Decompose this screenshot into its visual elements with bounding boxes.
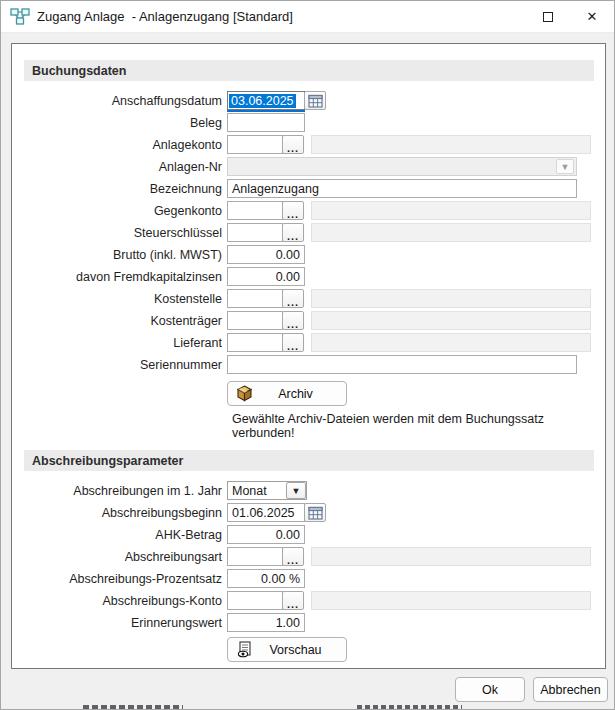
kostenstelle-browse-button[interactable]: ... bbox=[282, 289, 304, 308]
row-gegenkonto: Gegenkonto ... bbox=[12, 201, 605, 220]
gegenkonto-display-field bbox=[311, 201, 591, 220]
ok-button[interactable]: Ok bbox=[455, 677, 525, 702]
anlagekonto-display-field bbox=[311, 135, 591, 154]
lieferant-input[interactable] bbox=[227, 333, 283, 352]
window-title: Zugang Anlage - Anlagenzugang [Standard] bbox=[37, 9, 526, 24]
abschreibungsart-label: Abschreibungsart bbox=[12, 550, 227, 564]
steuerschluessel-display-field bbox=[311, 223, 591, 242]
row-kostentraeger: Kostenträger ... bbox=[12, 311, 605, 330]
gegenkonto-browse-button[interactable]: ... bbox=[282, 201, 304, 220]
abschreibungs-prozentsatz-input[interactable]: 0.00 % bbox=[227, 569, 305, 588]
abschreibungsbeginn-label: Abschreibungsbeginn bbox=[12, 506, 227, 520]
ellipsis-icon: ... bbox=[287, 234, 299, 238]
selected-date-text: 03.06.2025 bbox=[229, 94, 296, 108]
ellipsis-icon: ... bbox=[287, 602, 299, 606]
anlagekonto-label: Anlagekonto bbox=[12, 138, 227, 152]
lieferant-browse-button[interactable]: ... bbox=[282, 333, 304, 352]
steuerschluessel-input[interactable] bbox=[227, 223, 283, 242]
lieferant-display-field bbox=[311, 333, 591, 352]
kostentraeger-label: Kostenträger bbox=[12, 314, 227, 328]
row-anlagekonto: Anlagekonto ... bbox=[12, 135, 605, 154]
chevron-down-icon: ▼ bbox=[286, 482, 306, 499]
archiv-button[interactable]: Archiv bbox=[227, 381, 347, 406]
title-bar: Zugang Anlage - Anlagenzugang [Standard]… bbox=[1, 1, 614, 33]
combobox-selected-value: Monat bbox=[228, 484, 286, 498]
row-vorschau: Vorschau bbox=[12, 637, 605, 662]
brutto-input[interactable]: 0.00 bbox=[227, 245, 305, 264]
steuerschluessel-label: Steuerschlüssel bbox=[12, 226, 227, 240]
maximize-icon bbox=[543, 12, 553, 22]
row-beleg: Beleg bbox=[12, 113, 605, 132]
anschaffungsdatum-input[interactable]: 03.06.2025 bbox=[227, 91, 305, 110]
dialog-window: Zugang Anlage - Anlagenzugang [Standard]… bbox=[0, 0, 615, 710]
fremdkapitalzinsen-label: davon Fremdkapitalzinsen bbox=[12, 270, 227, 284]
ahk-betrag-input[interactable]: 0.00 bbox=[227, 525, 305, 544]
anlagekonto-browse-button[interactable]: ... bbox=[282, 135, 304, 154]
vorschau-button-label: Vorschau bbox=[253, 643, 338, 657]
section-header-buchungsdaten: Buchungsdaten bbox=[24, 60, 594, 81]
kostenstelle-display-field bbox=[311, 289, 591, 308]
row-lieferant: Lieferant ... bbox=[12, 333, 605, 352]
vorschau-button[interactable]: Vorschau bbox=[227, 637, 347, 662]
row-abschreibungsbeginn: Abschreibungsbeginn 01.06.2025 bbox=[12, 503, 605, 522]
kostentraeger-input[interactable] bbox=[227, 311, 283, 330]
abschreibungs-konto-input[interactable] bbox=[227, 591, 283, 610]
abschreibung-rows: Abschreibungen im 1. Jahr Monat ▼ Abschr… bbox=[12, 481, 605, 662]
row-steuerschluessel: Steuerschlüssel ... bbox=[12, 223, 605, 242]
beleg-label: Beleg bbox=[12, 116, 227, 130]
background-window-sliver bbox=[83, 705, 183, 710]
row-fremdkapitalzinsen: davon Fremdkapitalzinsen 0.00 bbox=[12, 267, 605, 286]
archiv-button-label: Archiv bbox=[253, 387, 338, 401]
section-header-abschreibungsparameter: Abschreibungsparameter bbox=[24, 450, 594, 471]
kostenstelle-input[interactable] bbox=[227, 289, 283, 308]
anlagen-nr-combobox: ▼ bbox=[227, 157, 577, 176]
row-anschaffungsdatum: Anschaffungsdatum 03.06.2025 bbox=[12, 91, 605, 110]
chevron-down-icon: ▼ bbox=[556, 159, 574, 174]
abschreibungen-1jahr-label: Abschreibungen im 1. Jahr bbox=[12, 484, 227, 498]
bezeichnung-label: Bezeichnung bbox=[12, 182, 227, 196]
seriennummer-input[interactable] bbox=[227, 355, 577, 374]
archiv-hint-text: Gewählte Archiv-Dateien werden mit dem B… bbox=[232, 412, 605, 440]
erinnerungswert-input[interactable]: 1.00 bbox=[227, 613, 305, 632]
package-box-icon bbox=[236, 385, 253, 402]
bezeichnung-input[interactable]: Anlagenzugang bbox=[227, 179, 577, 198]
abschreibungs-konto-browse-button[interactable]: ... bbox=[282, 591, 304, 610]
close-button[interactable]: ✕ bbox=[570, 1, 614, 33]
buchungsdaten-rows: Anschaffungsdatum 03.06.2025 bbox=[12, 91, 605, 440]
steuerschluessel-browse-button[interactable]: ... bbox=[282, 223, 304, 242]
row-abschreibungs-konto: Abschreibungs-Konto ... bbox=[12, 591, 605, 610]
abschreibungs-konto-label: Abschreibungs-Konto bbox=[12, 594, 227, 608]
ellipsis-icon: ... bbox=[287, 322, 299, 326]
row-abschreibungen-1jahr: Abschreibungen im 1. Jahr Monat ▼ bbox=[12, 481, 605, 500]
abschreibungsbeginn-input[interactable]: 01.06.2025 bbox=[227, 503, 305, 522]
background-window-sliver bbox=[357, 705, 462, 710]
ellipsis-icon: ... bbox=[287, 300, 299, 304]
abschreibungs-konto-display-field bbox=[311, 591, 591, 610]
hierarchy-icon bbox=[10, 8, 30, 25]
abschreibungen-1jahr-combobox[interactable]: Monat ▼ bbox=[227, 481, 307, 500]
row-seriennummer: Seriennummer bbox=[12, 355, 605, 374]
ellipsis-icon: ... bbox=[287, 344, 299, 348]
kostenstelle-label: Kostenstelle bbox=[12, 292, 227, 306]
kostentraeger-browse-button[interactable]: ... bbox=[282, 311, 304, 330]
anlagekonto-input[interactable] bbox=[227, 135, 283, 154]
gegenkonto-label: Gegenkonto bbox=[12, 204, 227, 218]
abschreibungsart-display-field bbox=[311, 547, 591, 566]
row-abschreibungsart: Abschreibungsart ... bbox=[12, 547, 605, 566]
abschreibungsbeginn-calendar-button[interactable] bbox=[304, 503, 326, 522]
abschreibungsart-input[interactable] bbox=[227, 547, 283, 566]
row-kostenstelle: Kostenstelle ... bbox=[12, 289, 605, 308]
fremdkapitalzinsen-input[interactable]: 0.00 bbox=[227, 267, 305, 286]
row-brutto: Brutto (inkl. MWST) 0.00 bbox=[12, 245, 605, 264]
anschaffungsdatum-calendar-button[interactable] bbox=[304, 91, 326, 110]
lieferant-label: Lieferant bbox=[12, 336, 227, 350]
beleg-input[interactable] bbox=[227, 113, 305, 132]
row-erinnerungswert: Erinnerungswert 1.00 bbox=[12, 613, 605, 632]
erinnerungswert-label: Erinnerungswert bbox=[12, 616, 227, 630]
maximize-button[interactable] bbox=[526, 1, 570, 33]
cancel-button[interactable]: Abbrechen bbox=[533, 677, 608, 702]
gegenkonto-input[interactable] bbox=[227, 201, 283, 220]
ellipsis-icon: ... bbox=[287, 212, 299, 216]
abschreibungsart-browse-button[interactable]: ... bbox=[282, 547, 304, 566]
ellipsis-icon: ... bbox=[287, 558, 299, 562]
